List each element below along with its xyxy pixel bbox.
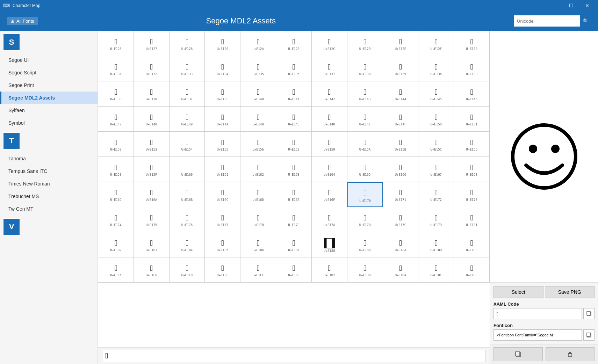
char-cell-e15d[interactable]:  U+E15D: [454, 132, 490, 157]
char-cell-e133[interactable]:  U+E133: [170, 56, 205, 81]
char-cell-e14c[interactable]:  U+E14C: [276, 107, 312, 132]
search-input[interactable]: [514, 15, 580, 27]
all-fonts-button[interactable]: ⊞ All Fonts: [7, 17, 38, 25]
char-cell-e155[interactable]:  U+E155: [205, 132, 240, 157]
char-cell-ex7[interactable]:  U+E1D2: [312, 257, 347, 283]
char-cell-e181[interactable]:  U+E181: [454, 207, 490, 232]
char-cell-e163[interactable]:  U+E163: [276, 157, 312, 182]
char-cell-e134[interactable]:  U+E134: [205, 56, 240, 81]
char-cell-e188[interactable]: █ U+E188: [312, 232, 347, 257]
char-cell-e16d[interactable]:  U+E16D: [240, 182, 276, 207]
char-cell-ex1[interactable]:  U+E1C4: [98, 257, 134, 283]
char-cell-e12c[interactable]:  U+E12C: [312, 31, 347, 56]
char-cell-ex10[interactable]:  U+E1DC: [418, 257, 454, 283]
sidebar-item-segoe-ui[interactable]: Segoe UI: [0, 54, 98, 66]
char-cell-e12e[interactable]:  U+E12E: [383, 31, 419, 56]
char-cell-e145[interactable]:  U+E145: [418, 81, 454, 107]
char-cell-e185[interactable]:  U+E185: [205, 232, 240, 257]
char-cell-e12a[interactable]:  U+E12A: [240, 31, 276, 56]
char-cell-e184[interactable]:  U+E184: [170, 232, 205, 257]
char-cell-e13f[interactable]:  U+E13F: [205, 81, 240, 107]
sidebar-item-segoe-print[interactable]: Segoe Print: [0, 79, 98, 92]
char-cell-e15f[interactable]:  U+E15F: [134, 157, 170, 182]
char-cell-ex6[interactable]:  U+E1D0: [276, 257, 312, 283]
sidebar-item-times-new-roman[interactable]: Times New Roman: [0, 177, 98, 190]
char-cell-e162[interactable]:  U+E162: [240, 157, 276, 182]
char-cell-e12d[interactable]:  U+E12D: [347, 31, 383, 56]
save-png-button[interactable]: Save PNG: [545, 286, 595, 298]
close-button[interactable]: ✕: [579, 0, 595, 11]
sidebar-item-sylfaen[interactable]: Sylfaen: [0, 104, 98, 117]
char-cell-e18c[interactable]:  U+E18C: [454, 232, 490, 257]
char-cell-e173[interactable]:  U+E173: [454, 182, 490, 207]
char-cell-e13e[interactable]:  U+E13E: [170, 81, 205, 107]
char-cell-e177[interactable]:  U+E177: [205, 207, 240, 232]
char-cell-e16c[interactable]:  U+E16C: [205, 182, 240, 207]
sidebar-item-segoe-mdl2[interactable]: Segoe MDL2 Assets: [0, 92, 98, 104]
char-cell-e130[interactable]:  U+E130: [454, 31, 490, 56]
char-cell-e154[interactable]:  U+E154: [170, 132, 205, 157]
char-cell-e158[interactable]:  U+E158: [276, 132, 312, 157]
char-cell-e179[interactable]:  U+E179: [276, 207, 312, 232]
char-cell-e15a[interactable]:  U+E15A: [347, 132, 383, 157]
char-cell-e15c[interactable]:  U+E15C: [418, 132, 454, 157]
char-cell-e16f[interactable]:  U+E16F: [312, 182, 347, 207]
char-cell-e13c[interactable]:  U+E13C: [98, 81, 134, 107]
sidebar-item-trebuchet[interactable]: Trebuchet MS: [0, 190, 98, 203]
select-button[interactable]: Select: [493, 286, 543, 298]
char-cell-e16e[interactable]:  U+E16E: [276, 182, 312, 207]
char-cell-e169[interactable]:  U+E169: [98, 182, 134, 207]
char-cell-ex2[interactable]:  U+E1C6: [134, 257, 170, 283]
char-cell-ex8[interactable]:  U+E1D8: [347, 257, 383, 283]
char-cell-ex9[interactable]:  U+E1DA: [383, 257, 419, 283]
char-cell-e170[interactable]:  U+E170: [347, 182, 383, 207]
char-cell-e17d[interactable]:  U+E17D: [418, 207, 454, 232]
char-cell-e183[interactable]:  U+E183: [134, 232, 170, 257]
char-cell-e18a[interactable]:  U+E18A: [383, 232, 419, 257]
char-cell-e174[interactable]:  U+E174: [98, 207, 134, 232]
char-cell-e159[interactable]:  U+E159: [312, 132, 347, 157]
char-cell-e135[interactable]:  U+E135: [240, 56, 276, 81]
char-cell-e126[interactable]:  U+E126: [98, 31, 134, 56]
panel-delete-button[interactable]: [546, 347, 595, 361]
copy-xaml-button[interactable]: [583, 308, 595, 319]
char-cell-e136[interactable]:  U+E136: [276, 56, 312, 81]
char-cell-e14f[interactable]:  U+E14F: [383, 107, 419, 132]
char-cell-e13d[interactable]:  U+E13D: [134, 81, 170, 107]
char-cell-e151[interactable]:  U+E151: [454, 107, 490, 132]
char-cell-e16a[interactable]:  U+E16A: [134, 182, 170, 207]
char-cell-e129[interactable]:  U+E129: [205, 31, 240, 56]
fonticon-input[interactable]: [493, 329, 582, 341]
char-cell-e160[interactable]:  U+E160: [170, 157, 205, 182]
char-cell-e14e[interactable]:  U+E14E: [347, 107, 383, 132]
char-cell-e15b[interactable]:  U+E15B: [383, 132, 419, 157]
char-cell-e17a[interactable]:  U+E17A: [312, 207, 347, 232]
char-cell-e165[interactable]:  U+E165: [347, 157, 383, 182]
char-cell-e12b[interactable]:  U+E12B: [276, 31, 312, 56]
char-cell-e147[interactable]:  U+E147: [98, 107, 134, 132]
sidebar-item-tahoma[interactable]: Tahoma: [0, 152, 98, 165]
char-cell-e176[interactable]:  U+E176: [170, 207, 205, 232]
char-cell-e178[interactable]:  U+E178: [240, 207, 276, 232]
char-cell-e138[interactable]:  U+E138: [347, 56, 383, 81]
char-cell-ex3[interactable]:  U+E1C8: [170, 257, 205, 283]
char-cell-e187[interactable]:  U+E187: [276, 232, 312, 257]
maximize-button[interactable]: ☐: [563, 0, 579, 11]
char-cell-e14b[interactable]:  U+E14B: [240, 107, 276, 132]
char-cell-e144[interactable]:  U+E144: [383, 81, 419, 107]
char-cell-e128[interactable]:  U+E128: [170, 31, 205, 56]
sidebar-item-symbol[interactable]: Symbol: [0, 117, 98, 129]
sidebar-item-tempus[interactable]: Tempus Sans ITC: [0, 165, 98, 177]
char-cell-e164[interactable]:  U+E164: [312, 157, 347, 182]
char-cell-e189[interactable]:  U+E189: [347, 232, 383, 257]
char-cell-e168[interactable]:  U+E168: [454, 157, 490, 182]
char-cell-e142[interactable]:  U+E142: [312, 81, 347, 107]
char-cell-e17c[interactable]:  U+E17C: [383, 207, 419, 232]
char-cell-e152[interactable]:  U+E152: [98, 132, 134, 157]
sidebar-item-tw-cen[interactable]: Tw Cen MT: [0, 203, 98, 215]
char-cell-e14a[interactable]:  U+E14A: [205, 107, 240, 132]
char-cell-e137[interactable]:  U+E137: [312, 56, 347, 81]
char-cell-e14d[interactable]:  U+E14D: [312, 107, 347, 132]
char-cell-e150[interactable]:  U+E150: [418, 107, 454, 132]
char-cell-e167[interactable]:  U+E167: [418, 157, 454, 182]
